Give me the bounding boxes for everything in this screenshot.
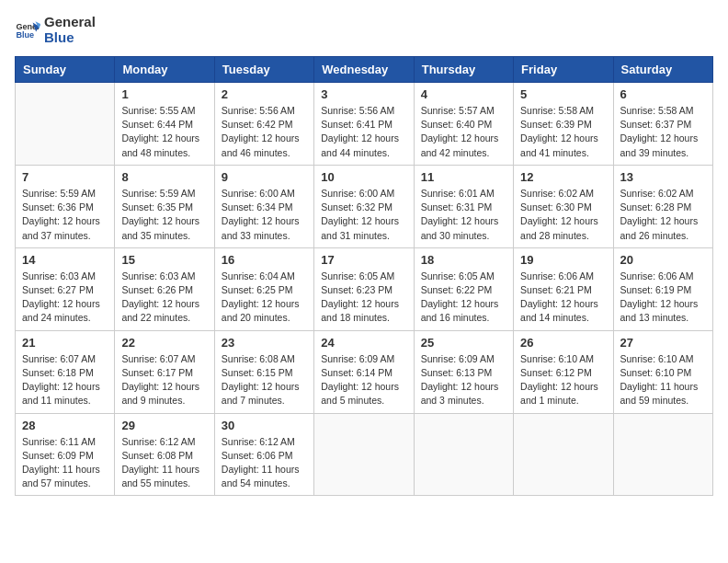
day-number: 25: [421, 336, 506, 350]
calendar-cell: 3Sunrise: 5:56 AMSunset: 6:41 PMDaylight…: [314, 83, 414, 166]
day-info: Sunrise: 6:10 AMSunset: 6:12 PMDaylight:…: [520, 352, 606, 408]
day-number: 12: [520, 170, 606, 184]
day-number: 29: [121, 419, 207, 432]
logo: General Blue General Blue: [15, 15, 96, 45]
day-number: 26: [520, 336, 606, 350]
page-header: General Blue General Blue: [15, 15, 713, 45]
day-number: 21: [22, 336, 108, 350]
calendar-cell: 15Sunrise: 6:03 AMSunset: 6:26 PMDayligh…: [115, 247, 214, 330]
day-number: 30: [222, 419, 307, 432]
calendar-cell: 26Sunrise: 6:10 AMSunset: 6:12 PMDayligh…: [514, 330, 613, 413]
calendar-cell: [414, 413, 513, 496]
calendar-cell: 29Sunrise: 6:12 AMSunset: 6:08 PMDayligh…: [115, 413, 214, 496]
calendar-header-row: SundayMondayTuesdayWednesdayThursdayFrid…: [16, 57, 713, 83]
day-info: Sunrise: 5:59 AMSunset: 6:35 PMDaylight:…: [121, 187, 207, 243]
calendar-cell: [613, 413, 712, 496]
day-info: Sunrise: 6:00 AMSunset: 6:32 PMDaylight:…: [321, 187, 406, 243]
day-info: Sunrise: 6:05 AMSunset: 6:23 PMDaylight:…: [321, 270, 406, 326]
day-number: 27: [620, 336, 706, 350]
day-number: 6: [620, 87, 706, 101]
day-info: Sunrise: 6:02 AMSunset: 6:28 PMDaylight:…: [620, 187, 706, 243]
header-wednesday: Wednesday: [314, 57, 414, 83]
day-info: Sunrise: 6:02 AMSunset: 6:30 PMDaylight:…: [520, 187, 606, 243]
day-info: Sunrise: 6:12 AMSunset: 6:08 PMDaylight:…: [121, 435, 207, 491]
svg-text:Blue: Blue: [16, 30, 34, 40]
day-number: 8: [121, 170, 207, 184]
day-number: 23: [222, 336, 307, 350]
day-info: Sunrise: 5:58 AMSunset: 6:39 PMDaylight:…: [520, 104, 606, 160]
calendar-cell: 28Sunrise: 6:11 AMSunset: 6:09 PMDayligh…: [16, 413, 115, 496]
calendar-cell: 9Sunrise: 6:00 AMSunset: 6:34 PMDaylight…: [214, 165, 313, 247]
calendar-cell: 5Sunrise: 5:58 AMSunset: 6:39 PMDaylight…: [514, 83, 613, 166]
day-number: 5: [520, 87, 606, 101]
day-number: 15: [121, 253, 207, 267]
day-number: 19: [520, 253, 606, 267]
day-info: Sunrise: 6:09 AMSunset: 6:14 PMDaylight:…: [321, 352, 406, 408]
day-number: 10: [321, 170, 406, 184]
day-number: 9: [222, 170, 307, 184]
header-friday: Friday: [514, 57, 613, 83]
day-number: 16: [222, 253, 307, 267]
calendar-cell: 16Sunrise: 6:04 AMSunset: 6:25 PMDayligh…: [214, 247, 313, 330]
day-number: 20: [620, 253, 706, 267]
day-info: Sunrise: 5:58 AMSunset: 6:37 PMDaylight:…: [620, 104, 706, 160]
calendar-cell: [514, 413, 613, 496]
logo-blue-text: Blue: [44, 30, 96, 46]
header-thursday: Thursday: [414, 57, 513, 83]
calendar-cell: [314, 413, 414, 496]
header-sunday: Sunday: [16, 57, 115, 83]
calendar-cell: 10Sunrise: 6:00 AMSunset: 6:32 PMDayligh…: [314, 165, 414, 247]
day-number: 11: [421, 170, 506, 184]
day-number: 24: [321, 336, 406, 350]
day-info: Sunrise: 6:09 AMSunset: 6:13 PMDaylight:…: [421, 352, 506, 408]
day-info: Sunrise: 6:03 AMSunset: 6:27 PMDaylight:…: [22, 270, 108, 326]
calendar-table: SundayMondayTuesdayWednesdayThursdayFrid…: [15, 56, 713, 496]
calendar-cell: 4Sunrise: 5:57 AMSunset: 6:40 PMDaylight…: [414, 83, 513, 166]
calendar-cell: 2Sunrise: 5:56 AMSunset: 6:42 PMDaylight…: [214, 83, 313, 166]
day-number: 28: [22, 419, 108, 432]
day-info: Sunrise: 6:05 AMSunset: 6:22 PMDaylight:…: [421, 270, 506, 326]
day-info: Sunrise: 6:03 AMSunset: 6:26 PMDaylight:…: [121, 270, 207, 326]
day-info: Sunrise: 6:12 AMSunset: 6:06 PMDaylight:…: [222, 435, 307, 491]
calendar-cell: 23Sunrise: 6:08 AMSunset: 6:15 PMDayligh…: [214, 330, 313, 413]
calendar-cell: 20Sunrise: 6:06 AMSunset: 6:19 PMDayligh…: [613, 247, 712, 330]
calendar-cell: 18Sunrise: 6:05 AMSunset: 6:22 PMDayligh…: [414, 247, 513, 330]
day-number: 4: [421, 87, 506, 101]
calendar-cell: 22Sunrise: 6:07 AMSunset: 6:17 PMDayligh…: [115, 330, 214, 413]
header-tuesday: Tuesday: [214, 57, 313, 83]
day-info: Sunrise: 6:10 AMSunset: 6:10 PMDaylight:…: [620, 352, 706, 408]
day-number: 17: [321, 253, 406, 267]
calendar-cell: 25Sunrise: 6:09 AMSunset: 6:13 PMDayligh…: [414, 330, 513, 413]
day-info: Sunrise: 6:07 AMSunset: 6:18 PMDaylight:…: [22, 352, 108, 408]
day-number: 14: [22, 253, 108, 267]
calendar-cell: 19Sunrise: 6:06 AMSunset: 6:21 PMDayligh…: [514, 247, 613, 330]
calendar-cell: [16, 83, 115, 166]
calendar-cell: 11Sunrise: 6:01 AMSunset: 6:31 PMDayligh…: [414, 165, 513, 247]
calendar-week-2: 7Sunrise: 5:59 AMSunset: 6:36 PMDaylight…: [16, 165, 713, 247]
day-number: 7: [22, 170, 108, 184]
calendar-cell: 8Sunrise: 5:59 AMSunset: 6:35 PMDaylight…: [115, 165, 214, 247]
calendar-cell: 17Sunrise: 6:05 AMSunset: 6:23 PMDayligh…: [314, 247, 414, 330]
day-info: Sunrise: 6:06 AMSunset: 6:21 PMDaylight:…: [520, 270, 606, 326]
calendar-cell: 27Sunrise: 6:10 AMSunset: 6:10 PMDayligh…: [613, 330, 712, 413]
day-number: 2: [222, 87, 307, 101]
day-info: Sunrise: 6:06 AMSunset: 6:19 PMDaylight:…: [620, 270, 706, 326]
day-number: 3: [321, 87, 406, 101]
logo-general-text: General: [44, 15, 96, 30]
day-info: Sunrise: 5:56 AMSunset: 6:42 PMDaylight:…: [222, 104, 307, 160]
calendar-week-1: 1Sunrise: 5:55 AMSunset: 6:44 PMDaylight…: [16, 83, 713, 166]
calendar-cell: 24Sunrise: 6:09 AMSunset: 6:14 PMDayligh…: [314, 330, 414, 413]
day-info: Sunrise: 6:08 AMSunset: 6:15 PMDaylight:…: [222, 352, 307, 408]
calendar-cell: 7Sunrise: 5:59 AMSunset: 6:36 PMDaylight…: [16, 165, 115, 247]
day-info: Sunrise: 5:55 AMSunset: 6:44 PMDaylight:…: [121, 104, 207, 160]
day-info: Sunrise: 6:01 AMSunset: 6:31 PMDaylight:…: [421, 187, 506, 243]
day-info: Sunrise: 5:56 AMSunset: 6:41 PMDaylight:…: [321, 104, 406, 160]
day-number: 1: [121, 87, 207, 101]
calendar-week-4: 21Sunrise: 6:07 AMSunset: 6:18 PMDayligh…: [16, 330, 713, 413]
calendar-cell: 13Sunrise: 6:02 AMSunset: 6:28 PMDayligh…: [613, 165, 712, 247]
day-number: 18: [421, 253, 506, 267]
day-info: Sunrise: 5:57 AMSunset: 6:40 PMDaylight:…: [421, 104, 506, 160]
calendar-cell: 14Sunrise: 6:03 AMSunset: 6:27 PMDayligh…: [16, 247, 115, 330]
calendar-cell: 6Sunrise: 5:58 AMSunset: 6:37 PMDaylight…: [613, 83, 712, 166]
calendar-cell: 30Sunrise: 6:12 AMSunset: 6:06 PMDayligh…: [214, 413, 313, 496]
